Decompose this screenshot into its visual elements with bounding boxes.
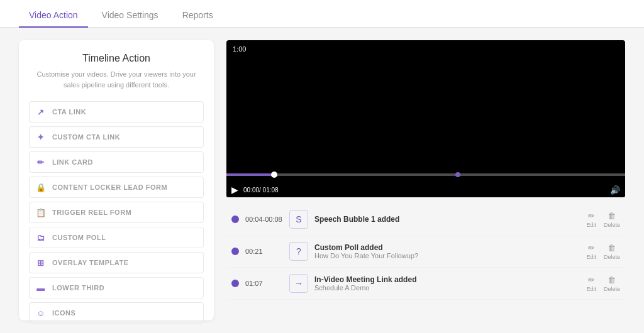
delete-label-1: Delete — [604, 222, 620, 228]
event-title-3: In-Video Meeting Link added — [314, 275, 580, 284]
custom-cta-link-label: CUSTOM CTA LINK — [52, 133, 120, 141]
event-time-1: 00:04-00:08 — [245, 216, 283, 223]
event-subtitle-3: Schedule A Demo — [314, 284, 580, 292]
edit-icon-3: ✏ — [588, 275, 595, 285]
play-button[interactable]: ▶ — [231, 185, 238, 195]
event-info-2: Custom Poll added How Do You Rate Your F… — [314, 243, 580, 259]
event-row-3: 01:07 → In-Video Meeting Link added Sche… — [226, 268, 625, 300]
event-actions-1: ✏ Edit 🗑 Delete — [586, 211, 620, 228]
overlay-template-icon: ⊞ — [36, 258, 46, 268]
event-time-2: 00:21 — [245, 248, 283, 255]
event-icon-box-2: ? — [289, 242, 308, 261]
delete-icon-2: 🗑 — [608, 243, 616, 253]
menu-item-overlay-template[interactable]: ⊞OVERLAY TEMPLATE — [29, 252, 204, 273]
timeline-events: 00:04-00:08 S Speech Bubble 1 added ✏ Ed… — [226, 204, 625, 300]
tab-video-action[interactable]: Video Action — [19, 4, 88, 28]
event-edit-btn-3[interactable]: ✏ Edit — [586, 275, 596, 292]
edit-label-1: Edit — [586, 222, 596, 228]
menu-item-content-locker-lead-form[interactable]: 🔒CONTENT LOCKER LEAD FORM — [29, 177, 204, 198]
delete-label-2: Delete — [604, 254, 620, 260]
panel-subtitle: Customise your videos. Drive your viewer… — [29, 69, 204, 90]
nav-bar: Video Action Video Settings Reports — [0, 0, 644, 28]
cta-link-icon: ↗ — [36, 107, 46, 117]
event-info-3: In-Video Meeting Link added Schedule A D… — [314, 275, 580, 292]
time-display: 00:00/ 01:08 — [243, 187, 279, 194]
menu-item-cta-link[interactable]: ↗CTA LINK — [29, 101, 204, 123]
progress-bar[interactable] — [226, 173, 625, 176]
edit-icon-1: ✏ — [588, 211, 595, 221]
event-icon-box-1: S — [289, 210, 308, 229]
video-player: 1:00 ▶ 00:00/ 01:08 🔊 — [226, 40, 625, 197]
trigger-reel-form-label: TRIGGER REEL FORM — [52, 209, 131, 216]
trigger-reel-form-icon: 📋 — [36, 207, 46, 217]
event-delete-btn-2[interactable]: 🗑 Delete — [604, 243, 620, 260]
link-card-icon: ✏ — [36, 157, 46, 167]
content-locker-lead-form-icon: 🔒 — [36, 182, 46, 192]
lower-third-label: LOWER THIRD — [52, 284, 104, 292]
progress-marker — [455, 172, 460, 177]
tab-reports[interactable]: Reports — [172, 4, 223, 28]
event-delete-btn-1[interactable]: 🗑 Delete — [604, 211, 620, 228]
event-edit-btn-1[interactable]: ✏ Edit — [586, 211, 596, 228]
panel-title: Timeline Action — [29, 53, 204, 64]
event-actions-3: ✏ Edit 🗑 Delete — [586, 275, 620, 292]
progress-fill — [226, 173, 274, 176]
menu-item-custom-poll[interactable]: 🗂CUSTOM POLL — [29, 227, 204, 248]
custom-cta-link-icon: ✦ — [36, 132, 46, 142]
icons-icon: ☺ — [36, 308, 46, 318]
icons-label: ICONS — [52, 309, 75, 317]
edit-label-3: Edit — [586, 286, 596, 292]
event-delete-btn-3[interactable]: 🗑 Delete — [604, 275, 620, 292]
event-dot-2 — [231, 248, 239, 255]
content-locker-lead-form-label: CONTENT LOCKER LEAD FORM — [52, 183, 167, 191]
event-icon-box-3: → — [289, 274, 308, 293]
custom-poll-icon: 🗂 — [36, 232, 46, 243]
menu-item-lower-third[interactable]: ▬LOWER THIRD — [29, 277, 204, 298]
overlay-template-label: OVERLAY TEMPLATE — [52, 259, 128, 266]
video-controls: ▶ 00:00/ 01:08 🔊 — [226, 182, 625, 197]
event-row-1: 00:04-00:08 S Speech Bubble 1 added ✏ Ed… — [226, 204, 625, 236]
menu-item-trigger-reel-form[interactable]: 📋TRIGGER REEL FORM — [29, 202, 204, 223]
event-time-3: 01:07 — [245, 280, 283, 287]
cta-link-label: CTA LINK — [52, 108, 86, 116]
edit-icon-2: ✏ — [588, 243, 595, 253]
event-subtitle-2: How Do You Rate Your Followup? — [314, 252, 580, 259]
menu-items-list: ↗CTA LINK✦CUSTOM CTA LINK✏LINK CARD🔒CONT… — [29, 101, 204, 324]
event-row-2: 00:21 ? Custom Poll added How Do You Rat… — [226, 236, 625, 268]
menu-item-custom-cta-link[interactable]: ✦CUSTOM CTA LINK — [29, 126, 204, 148]
right-panel: 1:00 ▶ 00:00/ 01:08 🔊 00:04-00:08 S Spee… — [226, 40, 625, 320]
lower-third-icon: ▬ — [36, 283, 46, 293]
event-dot-3 — [231, 280, 239, 287]
link-card-label: LINK CARD — [52, 158, 93, 166]
edit-label-2: Edit — [586, 254, 596, 260]
event-edit-btn-2[interactable]: ✏ Edit — [586, 243, 596, 260]
tab-video-settings[interactable]: Video Settings — [92, 4, 169, 28]
video-timestamp: 1:00 — [233, 45, 246, 53]
custom-poll-label: CUSTOM POLL — [52, 234, 106, 241]
event-actions-2: ✏ Edit 🗑 Delete — [586, 243, 620, 260]
event-dot-1 — [231, 216, 239, 223]
left-panel: Timeline Action Customise your videos. D… — [19, 40, 214, 320]
event-title-2: Custom Poll added — [314, 243, 580, 252]
delete-icon-1: 🗑 — [608, 211, 616, 221]
volume-icon[interactable]: 🔊 — [610, 185, 620, 195]
delete-label-3: Delete — [604, 286, 620, 292]
delete-icon-3: 🗑 — [608, 275, 616, 285]
menu-item-icons[interactable]: ☺ICONS — [29, 302, 204, 324]
menu-item-link-card[interactable]: ✏LINK CARD — [29, 151, 204, 173]
main-content: Timeline Action Customise your videos. D… — [0, 28, 644, 333]
progress-dot — [271, 172, 277, 178]
event-info-1: Speech Bubble 1 added — [314, 215, 580, 224]
event-title-1: Speech Bubble 1 added — [314, 215, 580, 224]
